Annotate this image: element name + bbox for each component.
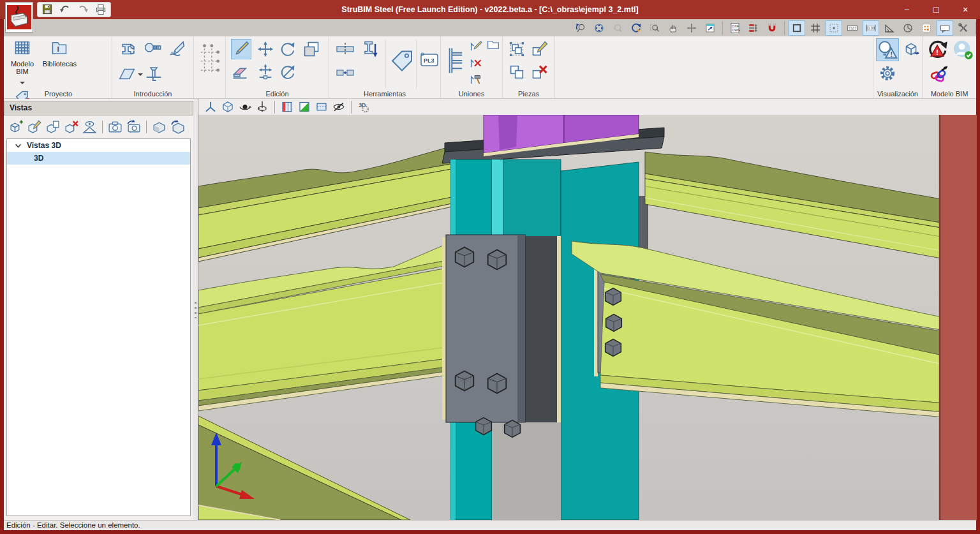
tag-tool-icon[interactable] [390, 47, 413, 73]
iso-view-icon[interactable] [221, 100, 235, 114]
insert-beam-icon[interactable] [361, 40, 379, 59]
connection-apply-icon[interactable] [469, 72, 483, 86]
edit-pencil-icon[interactable] [231, 39, 251, 59]
minimize-button[interactable]: − [892, 0, 921, 19]
capture-edit-icon[interactable] [126, 119, 142, 135]
titlebar: StruBIM Steel (Free Launch Edition) - v2… [0, 0, 980, 19]
piece-edit-icon[interactable] [531, 40, 549, 58]
zoom-previous-icon[interactable] [572, 20, 589, 36]
tools-icon[interactable] [955, 20, 972, 36]
panel-splitter[interactable] [193, 99, 198, 520]
connection-edit-icon[interactable] [469, 39, 483, 53]
dimension-icon[interactable]: 1.00 [863, 20, 879, 36]
weld-icon[interactable] [167, 40, 186, 59]
pan-icon[interactable] [665, 20, 681, 36]
redraw-icon[interactable] [628, 20, 644, 36]
toolbar-separator [976, 22, 976, 34]
hide-elements-icon[interactable] [332, 100, 346, 114]
close-button[interactable]: × [951, 0, 980, 19]
texts-3d-icon[interactable]: 3D [357, 100, 371, 114]
bibliotecas-button[interactable]: I Bibliotecas [42, 36, 77, 68]
group-label-piezas: Piezas [503, 90, 554, 98]
rotate-icon[interactable] [279, 40, 297, 58]
save-icon[interactable] [40, 3, 54, 16]
zoom-extents-icon[interactable] [591, 20, 607, 36]
user-account-icon[interactable] [952, 39, 974, 61]
turntable-icon[interactable] [255, 100, 269, 114]
splitter-grip-icon [195, 302, 197, 318]
ribbon-group-piezas: Piezas [503, 36, 555, 98]
bimserver-link-icon[interactable] [929, 64, 949, 85]
erase-icon[interactable] [231, 63, 249, 81]
move-view-icon[interactable] [683, 20, 700, 36]
beam-profile-icon[interactable] [119, 40, 138, 59]
views-tree: Vistas 3D 3D [6, 138, 191, 516]
piece-copy-icon[interactable] [508, 63, 526, 81]
scene-3d-canvas[interactable] [198, 115, 977, 520]
reference-grid-large-icon[interactable] [199, 41, 221, 77]
bolt-icon[interactable] [143, 40, 162, 59]
move-node-icon[interactable] [256, 63, 274, 81]
view-3d-icon[interactable] [903, 41, 919, 57]
app-logo-icon[interactable] [5, 2, 33, 33]
join-elements-icon[interactable] [336, 66, 355, 80]
modelo-bim-button[interactable]: Modelo BIM [5, 36, 40, 87]
piece-delete-icon[interactable] [531, 63, 549, 81]
connection-icon[interactable] [445, 47, 464, 75]
toolbar-separator [274, 101, 275, 114]
new-folder-icon[interactable] [487, 39, 500, 50]
grid-icon[interactable] [807, 20, 824, 36]
viewport-3d: 3D [198, 99, 976, 520]
section-green-icon[interactable] [297, 100, 311, 114]
arc-icon[interactable] [900, 20, 916, 36]
copy-icon[interactable] [302, 40, 320, 58]
maximize-button[interactable]: □ [921, 0, 951, 19]
stud-anchor-icon[interactable] [144, 64, 163, 84]
window-arrange-icon[interactable] [702, 20, 718, 36]
split-element-icon[interactable] [336, 41, 355, 57]
view-visibility-icon[interactable] [82, 119, 98, 135]
view-duplicate-icon[interactable] [45, 119, 61, 135]
clip-box-icon[interactable] [151, 119, 167, 135]
view-edit-icon[interactable] [26, 119, 42, 135]
view-new-icon[interactable] [8, 119, 24, 135]
view-delete-icon[interactable] [63, 119, 79, 135]
print-icon[interactable] [94, 3, 108, 16]
move-icon[interactable] [256, 40, 274, 58]
frame-icon[interactable] [789, 20, 805, 36]
chevron-down-icon[interactable] [138, 73, 143, 76]
ribbon-group-visualizacion: ! Visualización [873, 36, 923, 98]
red-member[interactable] [940, 115, 977, 520]
dxf-layers-icon[interactable] [745, 20, 762, 36]
undo-icon[interactable] [58, 3, 72, 16]
redo-icon[interactable] [76, 3, 90, 16]
end-plate-west[interactable] [442, 235, 525, 422]
reference-grid-icon[interactable] [918, 20, 935, 36]
plate-icon[interactable] [117, 64, 137, 84]
tree-node-vistas-3d[interactable]: Vistas 3D [7, 139, 190, 152]
tree-item-3d[interactable]: 3D [7, 152, 190, 165]
gear-icon[interactable] [879, 64, 896, 82]
clip-box-edit-icon[interactable] [170, 119, 186, 135]
pl3-label-icon[interactable]: PL3 [419, 52, 440, 68]
grid-snap-icon[interactable] [826, 20, 842, 36]
piece-group-icon[interactable] [508, 40, 526, 58]
zoom-window-icon[interactable] [646, 20, 663, 36]
ribbon-group-proyecto: Modelo BIM I Bibliotecas Etiquetas Proye… [5, 36, 112, 98]
connection-delete-icon[interactable] [469, 56, 483, 70]
section-plane-icon[interactable] [315, 100, 329, 114]
section-fill-icon[interactable] [280, 100, 294, 114]
group-label-visualizacion: Visualización [873, 90, 922, 98]
orbit-icon[interactable] [238, 100, 252, 114]
protractor-icon[interactable] [881, 20, 898, 36]
update-model-icon[interactable]: ! [926, 39, 948, 61]
rotate-diameter-icon[interactable] [279, 63, 297, 81]
display-options-icon[interactable]: ! [876, 38, 899, 61]
zoom-region-icon[interactable] [609, 20, 626, 36]
import-dxf-icon[interactable]: DXF DWG [727, 20, 743, 36]
axes-icon[interactable] [204, 100, 218, 114]
keyboard-icon[interactable] [844, 20, 861, 36]
capture-icon[interactable] [107, 119, 123, 135]
comment-icon[interactable] [937, 20, 953, 36]
snap-magnet-icon[interactable] [764, 20, 780, 36]
